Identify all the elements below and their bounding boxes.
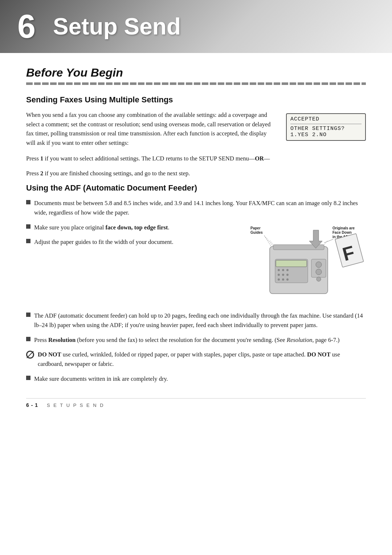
press2-para: Press 2 if you are finished choosing set… [26, 169, 366, 178]
bullet-text-2: Make sure you place original face down, … [34, 223, 235, 232]
bullet-item-6: Make sure documents written in ink are c… [26, 374, 366, 384]
no-symbol-icon [26, 351, 34, 359]
svg-point-21 [316, 269, 322, 275]
do-not-bold1: DO NOT [38, 351, 61, 358]
do-not-text: DO NOT use curled, wrinkled, folded or r… [38, 350, 366, 369]
section-title: Before You Begin [26, 66, 366, 79]
bullet-square-5 [26, 337, 30, 341]
footer-bar: 6 - 1 S E T U P S E N D [26, 398, 366, 408]
svg-rect-9 [276, 260, 307, 267]
svg-point-16 [278, 278, 280, 281]
press2-key: 2 [40, 170, 43, 177]
bullet-item-3: Adjust the paper guides to fit the width… [26, 237, 235, 247]
paper-guides-label: Paper [250, 226, 261, 230]
bullet-item-4: The ADF (automatic document feeder) can … [26, 311, 366, 330]
lcd-display: ACCEPTED OTHER SETTINGS? 1.YES 2.NO [286, 113, 366, 141]
bullet-text-3: Adjust the paper guides to fit the width… [34, 237, 235, 247]
press1-para: Press 1 if you want to select additional… [26, 154, 366, 163]
bullet-square-3 [26, 239, 30, 243]
face-down-text: face down, top edge first [106, 224, 168, 231]
page-content: Before You Begin Sending Faxes Using Mul… [0, 66, 392, 430]
originals-label: Originals are [332, 226, 355, 230]
svg-line-5 [324, 239, 333, 243]
footer-page: 6 - 1 [26, 402, 38, 408]
do-not-item: DO NOT use curled, wrinkled, folded or r… [26, 350, 366, 369]
lcd-line1: ACCEPTED [290, 116, 362, 122]
svg-point-18 [286, 278, 289, 281]
bullet-item-2: Make sure you place original face down, … [26, 223, 235, 232]
chapter-header: 6 Setup Send [0, 0, 392, 53]
bullet-item-1: Documents must be between 5.8 and 8.5 in… [26, 199, 366, 218]
adf-diagram: Paper Guides Originals are Face Down in … [242, 223, 366, 308]
svg-text:Face Down: Face Down [332, 230, 352, 234]
adf-layout: Make sure you place original face down, … [26, 223, 366, 308]
svg-point-11 [282, 269, 284, 271]
bullet-square-2 [26, 224, 30, 229]
bullet-text-6: Make sure documents written in ink are c… [34, 374, 366, 384]
bullet-item-5: Press Resolution (before you send the fa… [26, 335, 366, 345]
intro-para: When you send a fax you can choose any c… [26, 110, 274, 147]
bullet-square-1 [26, 200, 30, 204]
bullet-text-4: The ADF (automatic document feeder) can … [34, 311, 366, 330]
lcd-line3: 1.YES 2.NO [290, 132, 362, 138]
fax-diagram-svg: Paper Guides Originals are Face Down in … [242, 223, 366, 306]
chapter-number: 6 [17, 10, 46, 43]
subsection2-title: Using the ADF (Automatic Document Feeder… [26, 183, 366, 193]
svg-point-17 [282, 278, 284, 281]
do-not-bold2: DO NOT [307, 351, 331, 358]
subsection1-title: Sending Faxes Using Multiple Settings [26, 95, 366, 105]
svg-point-22 [317, 277, 321, 281]
svg-point-13 [278, 274, 280, 276]
bullet-text-1: Documents must be between 5.8 and 8.5 in… [34, 199, 366, 218]
or-text: OR [255, 155, 264, 162]
intro-two-col: When you send a fax you can choose any c… [26, 110, 366, 147]
resolution-italic: Resolution [287, 336, 313, 343]
chapter-title: Setup Send [53, 13, 181, 40]
svg-point-10 [278, 269, 280, 271]
footer-section: S E T U P S E N D [47, 403, 105, 408]
bullet-square-6 [26, 376, 30, 380]
svg-point-20 [316, 262, 322, 268]
adf-left: Make sure you place original face down, … [26, 223, 235, 308]
bullet-text-5: Press Resolution (before you send the fa… [34, 335, 366, 345]
svg-point-12 [286, 269, 289, 271]
bullet-square-4 [26, 313, 30, 317]
resolution-bold: Resolution [48, 336, 75, 343]
press1-key: 1 [40, 155, 43, 162]
dashed-rule [26, 82, 366, 85]
svg-point-14 [282, 274, 284, 276]
svg-point-15 [286, 274, 289, 276]
svg-text:Guides: Guides [250, 230, 263, 234]
lcd-line2: OTHER SETTINGS? [290, 124, 362, 132]
